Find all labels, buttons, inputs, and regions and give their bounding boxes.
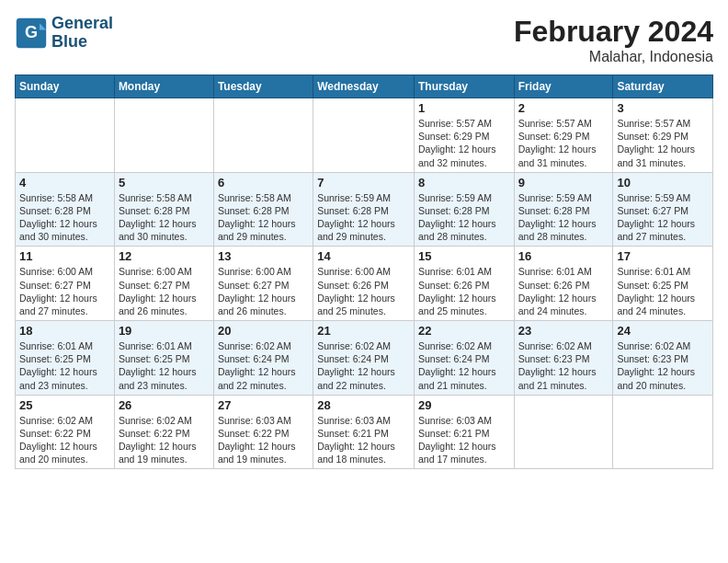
day-number: 6 <box>218 176 309 190</box>
day-number: 5 <box>119 176 210 190</box>
calendar-week-row: 1Sunrise: 5:57 AM Sunset: 6:29 PM Daylig… <box>16 98 713 173</box>
day-number: 7 <box>317 176 410 190</box>
calendar-cell: 12Sunrise: 6:00 AM Sunset: 6:27 PM Dayli… <box>114 247 213 321</box>
calendar-body: 1Sunrise: 5:57 AM Sunset: 6:29 PM Daylig… <box>16 98 713 469</box>
calendar-cell: 29Sunrise: 6:03 AM Sunset: 6:21 PM Dayli… <box>414 395 514 469</box>
calendar-week-row: 18Sunrise: 6:01 AM Sunset: 6:25 PM Dayli… <box>16 321 713 396</box>
calendar-week-row: 25Sunrise: 6:02 AM Sunset: 6:22 PM Dayli… <box>16 395 713 469</box>
day-info: Sunrise: 6:03 AM Sunset: 6:21 PM Dayligh… <box>418 414 510 466</box>
day-number: 1 <box>418 101 510 115</box>
day-info: Sunrise: 6:01 AM Sunset: 6:25 PM Dayligh… <box>19 339 110 392</box>
logo-line2: Blue <box>51 33 113 52</box>
day-number: 3 <box>617 101 709 115</box>
calendar-cell: 4Sunrise: 5:58 AM Sunset: 6:28 PM Daylig… <box>16 172 115 247</box>
day-info: Sunrise: 6:00 AM Sunset: 6:27 PM Dayligh… <box>19 265 110 317</box>
calendar-week-row: 4Sunrise: 5:58 AM Sunset: 6:28 PM Daylig… <box>16 172 713 247</box>
calendar-cell <box>114 98 213 173</box>
calendar-cell <box>514 395 613 469</box>
day-info: Sunrise: 5:59 AM Sunset: 6:28 PM Dayligh… <box>418 191 510 244</box>
day-info: Sunrise: 6:02 AM Sunset: 6:23 PM Dayligh… <box>617 339 709 392</box>
calendar-cell <box>213 98 313 173</box>
day-info: Sunrise: 6:02 AM Sunset: 6:24 PM Dayligh… <box>218 339 309 392</box>
calendar-cell: 25Sunrise: 6:02 AM Sunset: 6:22 PM Dayli… <box>16 395 115 469</box>
calendar-cell: 17Sunrise: 6:01 AM Sunset: 6:25 PM Dayli… <box>613 247 713 321</box>
logo-text: General Blue <box>51 15 113 52</box>
day-info: Sunrise: 6:03 AM Sunset: 6:22 PM Dayligh… <box>218 414 309 466</box>
day-number: 24 <box>617 324 709 338</box>
calendar-cell <box>313 98 415 173</box>
day-number: 11 <box>19 249 110 263</box>
logo: G General Blue <box>15 15 113 52</box>
day-number: 25 <box>19 398 110 412</box>
day-number: 2 <box>518 101 609 115</box>
calendar-cell: 6Sunrise: 5:58 AM Sunset: 6:28 PM Daylig… <box>213 172 313 247</box>
calendar-cell: 22Sunrise: 6:02 AM Sunset: 6:24 PM Dayli… <box>414 321 514 396</box>
day-info: Sunrise: 5:58 AM Sunset: 6:28 PM Dayligh… <box>119 191 210 244</box>
svg-text:G: G <box>25 23 38 41</box>
day-info: Sunrise: 5:59 AM Sunset: 6:28 PM Dayligh… <box>317 191 410 244</box>
calendar-cell: 1Sunrise: 5:57 AM Sunset: 6:29 PM Daylig… <box>414 98 514 173</box>
calendar-cell: 21Sunrise: 6:02 AM Sunset: 6:24 PM Dayli… <box>313 321 415 396</box>
day-info: Sunrise: 5:57 AM Sunset: 6:29 PM Dayligh… <box>418 117 510 169</box>
calendar-cell: 11Sunrise: 6:00 AM Sunset: 6:27 PM Dayli… <box>16 247 115 321</box>
day-info: Sunrise: 5:57 AM Sunset: 6:29 PM Dayligh… <box>617 117 709 169</box>
calendar-cell: 9Sunrise: 5:59 AM Sunset: 6:28 PM Daylig… <box>514 172 613 247</box>
day-info: Sunrise: 6:01 AM Sunset: 6:25 PM Dayligh… <box>617 265 709 317</box>
calendar-cell: 18Sunrise: 6:01 AM Sunset: 6:25 PM Dayli… <box>16 321 115 396</box>
day-number: 15 <box>418 249 510 263</box>
day-number: 23 <box>518 324 609 338</box>
calendar-cell: 5Sunrise: 5:58 AM Sunset: 6:28 PM Daylig… <box>114 172 213 247</box>
day-info: Sunrise: 6:02 AM Sunset: 6:22 PM Dayligh… <box>119 414 210 466</box>
logo-icon: G <box>15 17 48 50</box>
day-number: 29 <box>418 398 510 412</box>
day-info: Sunrise: 6:03 AM Sunset: 6:21 PM Dayligh… <box>317 414 410 466</box>
day-number: 20 <box>218 324 309 338</box>
calendar-cell: 8Sunrise: 5:59 AM Sunset: 6:28 PM Daylig… <box>414 172 514 247</box>
calendar-cell: 7Sunrise: 5:59 AM Sunset: 6:28 PM Daylig… <box>313 172 415 247</box>
calendar-cell: 27Sunrise: 6:03 AM Sunset: 6:22 PM Dayli… <box>213 395 313 469</box>
day-number: 28 <box>317 398 410 412</box>
day-info: Sunrise: 6:01 AM Sunset: 6:26 PM Dayligh… <box>518 265 609 317</box>
day-number: 8 <box>418 176 510 190</box>
calendar-cell: 28Sunrise: 6:03 AM Sunset: 6:21 PM Dayli… <box>313 395 415 469</box>
day-info: Sunrise: 6:01 AM Sunset: 6:25 PM Dayligh… <box>119 339 210 392</box>
day-number: 18 <box>19 324 110 338</box>
page-header: G General Blue February 2024 Malahar, In… <box>15 15 713 65</box>
calendar-cell: 2Sunrise: 5:57 AM Sunset: 6:29 PM Daylig… <box>514 98 613 173</box>
day-number: 9 <box>518 176 609 190</box>
day-info: Sunrise: 6:02 AM Sunset: 6:23 PM Dayligh… <box>518 339 609 392</box>
calendar-header-row: SundayMondayTuesdayWednesdayThursdayFrid… <box>16 75 713 98</box>
day-number: 19 <box>119 324 210 338</box>
day-info: Sunrise: 5:57 AM Sunset: 6:29 PM Dayligh… <box>518 117 609 169</box>
calendar-subtitle: Malahar, Indonesia <box>514 49 713 65</box>
day-info: Sunrise: 6:02 AM Sunset: 6:24 PM Dayligh… <box>317 339 410 392</box>
day-info: Sunrise: 6:00 AM Sunset: 6:26 PM Dayligh… <box>317 265 410 317</box>
day-info: Sunrise: 6:02 AM Sunset: 6:22 PM Dayligh… <box>19 414 110 466</box>
day-info: Sunrise: 5:59 AM Sunset: 6:28 PM Dayligh… <box>518 191 609 244</box>
calendar-week-row: 11Sunrise: 6:00 AM Sunset: 6:27 PM Dayli… <box>16 247 713 321</box>
calendar-cell: 3Sunrise: 5:57 AM Sunset: 6:29 PM Daylig… <box>613 98 713 173</box>
day-info: Sunrise: 6:01 AM Sunset: 6:26 PM Dayligh… <box>418 265 510 317</box>
day-header: Friday <box>514 75 613 98</box>
day-header: Monday <box>114 75 213 98</box>
calendar-cell: 15Sunrise: 6:01 AM Sunset: 6:26 PM Dayli… <box>414 247 514 321</box>
calendar-title: February 2024 <box>514 15 713 49</box>
calendar-cell <box>613 395 713 469</box>
day-number: 21 <box>317 324 410 338</box>
calendar-cell: 20Sunrise: 6:02 AM Sunset: 6:24 PM Dayli… <box>213 321 313 396</box>
day-number: 14 <box>317 249 410 263</box>
day-number: 16 <box>518 249 609 263</box>
day-number: 22 <box>418 324 510 338</box>
calendar-cell: 23Sunrise: 6:02 AM Sunset: 6:23 PM Dayli… <box>514 321 613 396</box>
logo-line1: General <box>51 15 113 33</box>
day-number: 27 <box>218 398 309 412</box>
day-number: 4 <box>19 176 110 190</box>
title-block: February 2024 Malahar, Indonesia <box>514 15 713 65</box>
day-number: 12 <box>119 249 210 263</box>
calendar-cell: 16Sunrise: 6:01 AM Sunset: 6:26 PM Dayli… <box>514 247 613 321</box>
day-header: Sunday <box>16 75 115 98</box>
calendar-cell <box>16 98 115 173</box>
day-number: 26 <box>119 398 210 412</box>
day-header: Saturday <box>613 75 713 98</box>
calendar-cell: 19Sunrise: 6:01 AM Sunset: 6:25 PM Dayli… <box>114 321 213 396</box>
